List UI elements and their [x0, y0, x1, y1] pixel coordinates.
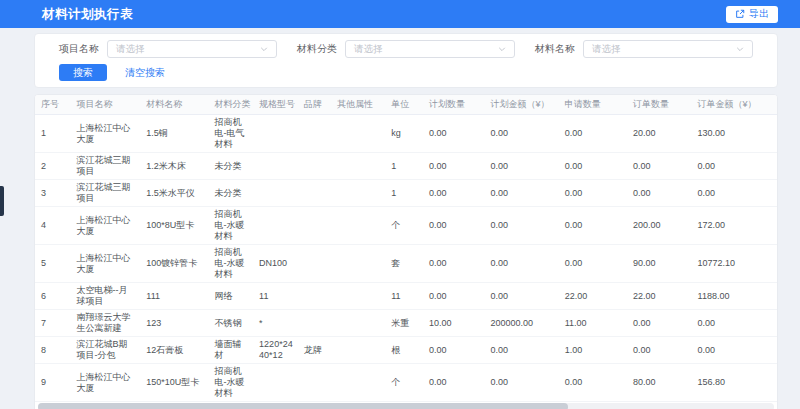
table-cell: 1 — [385, 180, 423, 207]
table-cell: 0.00 — [692, 310, 777, 337]
table-cell: 滨江花城B期项目-分包 — [71, 337, 141, 364]
table-cell: 套 — [385, 245, 423, 283]
table-scroll-area: 序号项目名称材料名称材料分类规格型号品牌其他属性单位计划数量计划金额（¥）申请数… — [35, 95, 777, 402]
table-cell — [331, 153, 385, 180]
table-cell: DN100 — [253, 245, 298, 283]
table-cell — [298, 364, 331, 402]
table-cell: 22.00 — [559, 283, 627, 310]
table-cell: kg — [385, 115, 423, 153]
topbar: 材料计划执行表 导出 — [0, 0, 800, 28]
column-header: 材料分类 — [209, 95, 254, 115]
filter-label-material: 材料名称 — [535, 42, 575, 56]
material-category-select[interactable]: 请选择 — [345, 40, 515, 58]
horizontal-scrollbar-thumb[interactable] — [38, 403, 568, 409]
table-cell: 招商机电-水暖材料 — [209, 245, 254, 283]
table-cell — [331, 310, 385, 337]
table-cell: 150*10U型卡 — [140, 364, 208, 402]
column-header: 计划金额（¥） — [485, 95, 559, 115]
column-header: 序号 — [35, 95, 71, 115]
select-placeholder: 请选择 — [116, 43, 145, 56]
filter-row: 项目名称 请选择 材料分类 请选择 材料名称 请选择 — [59, 40, 753, 58]
table-cell: 墙面辅材 — [209, 337, 254, 364]
column-header: 品牌 — [298, 95, 331, 115]
table-cell: 根 — [385, 337, 423, 364]
table-cell: 上海松江中心大厦 — [71, 207, 141, 245]
select-placeholder: 请选择 — [354, 43, 383, 56]
table-cell: 0.00 — [559, 245, 627, 283]
table-cell: 0.00 — [423, 283, 485, 310]
table-cell — [253, 207, 298, 245]
page-title: 材料计划执行表 — [42, 6, 133, 23]
table-cell: 6 — [35, 283, 71, 310]
table-cell: 9 — [35, 364, 71, 402]
project-name-select[interactable]: 请选择 — [107, 40, 277, 58]
table-cell: 0.00 — [485, 115, 559, 153]
filter-material-category: 材料分类 请选择 — [297, 40, 515, 58]
filter-label-category: 材料分类 — [297, 42, 337, 56]
table-cell: 0.00 — [485, 337, 559, 364]
table-cell — [331, 207, 385, 245]
table-cell: 0.00 — [627, 153, 692, 180]
table-cell: 0.00 — [559, 180, 627, 207]
table-cell: 3 — [35, 180, 71, 207]
table-cell: 1 — [35, 115, 71, 153]
export-button[interactable]: 导出 — [726, 6, 778, 23]
table-cell — [253, 115, 298, 153]
table-cell: 0.00 — [559, 364, 627, 402]
table-cell: 招商机电-电气材料 — [209, 115, 254, 153]
table-cell: 1.00 — [559, 337, 627, 364]
table-cell: 90.00 — [627, 245, 692, 283]
table-cell: 未分类 — [209, 153, 254, 180]
clear-search-link[interactable]: 清空搜索 — [125, 66, 165, 80]
table-cell: 网络 — [209, 283, 254, 310]
table-cell: 0.00 — [423, 115, 485, 153]
table-cell — [331, 115, 385, 153]
column-header: 订单数量 — [627, 95, 692, 115]
table-cell: 招商机电-水暖材料 — [209, 207, 254, 245]
table-panel: 序号项目名称材料名称材料分类规格型号品牌其他属性单位计划数量计划金额（¥）申请数… — [34, 94, 778, 409]
table-cell: 太空电梯--月球项目 — [71, 283, 141, 310]
table-cell: 0.00 — [559, 115, 627, 153]
table-cell — [298, 180, 331, 207]
table-row: 3滨江花城三期项目1.5米水平仪未分类10.000.000.000.000.00 — [35, 180, 777, 207]
column-header: 单位 — [385, 95, 423, 115]
table-cell: 100镀锌管卡 — [140, 245, 208, 283]
table-cell — [298, 115, 331, 153]
column-header: 其他属性 — [331, 95, 385, 115]
export-icon — [735, 9, 745, 19]
search-button[interactable]: 搜索 — [59, 64, 107, 81]
table-cell: 11 — [385, 283, 423, 310]
chevron-down-icon — [498, 45, 506, 53]
table-cell: 滨江花城三期项目 — [71, 153, 141, 180]
filter-actions: 搜索 清空搜索 — [59, 64, 753, 81]
horizontal-scrollbar-track — [38, 403, 774, 409]
table-cell: 2 — [35, 153, 71, 180]
table-cell: 8 — [35, 337, 71, 364]
table-cell: 0.00 — [559, 153, 627, 180]
table-cell: 0.00 — [485, 207, 559, 245]
table-cell: 20.00 — [627, 115, 692, 153]
table-cell: 个 — [385, 207, 423, 245]
table-cell — [331, 180, 385, 207]
table-cell: 上海松江中心大厦 — [71, 115, 141, 153]
table-cell: 1220*2440*12 — [253, 337, 298, 364]
table-cell: 龙牌 — [298, 337, 331, 364]
material-name-select[interactable]: 请选择 — [583, 40, 753, 58]
table-cell: 0.00 — [423, 245, 485, 283]
column-header: 材料名称 — [140, 95, 208, 115]
table-cell: 1.2米木床 — [140, 153, 208, 180]
table-cell: 1 — [385, 153, 423, 180]
table-cell: * — [253, 310, 298, 337]
filter-material-name: 材料名称 请选择 — [535, 40, 753, 58]
table-cell — [298, 207, 331, 245]
table-cell: 1.5米水平仪 — [140, 180, 208, 207]
table-row: 6太空电梯--月球项目111网络11110.000.0022.0022.0011… — [35, 283, 777, 310]
table-cell: 未分类 — [209, 180, 254, 207]
table-cell: 0.00 — [485, 364, 559, 402]
table-header-row: 序号项目名称材料名称材料分类规格型号品牌其他属性单位计划数量计划金额（¥）申请数… — [35, 95, 777, 115]
table-cell: 0.00 — [485, 180, 559, 207]
table-cell: 7 — [35, 310, 71, 337]
table-cell: 0.00 — [485, 153, 559, 180]
table-cell: 0.00 — [423, 364, 485, 402]
table-cell — [298, 245, 331, 283]
